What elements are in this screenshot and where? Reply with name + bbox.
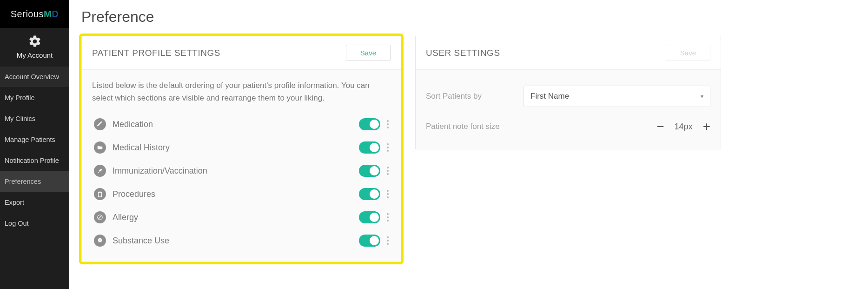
fontsize-value: 14px [675,122,693,132]
card-title: PATIENT PROFILE SETTINGS [92,48,220,58]
profile-item-label: Substance Use [113,236,354,246]
syringe-icon [94,165,106,177]
profile-item-label: Medication [113,120,354,129]
svg-line-1 [99,216,102,219]
brand-logo: SeriousMD [0,0,69,28]
sidebar-item-label: My Profile [5,94,34,101]
profile-item-allergy: Allergy [92,206,391,229]
increase-button[interactable]: + [703,120,710,133]
card-body: Sort Patients by First Name ▾ Patient no… [416,70,721,149]
card-header: PATIENT PROFILE SETTINGS Save [82,36,401,70]
profile-item-label: Medical History [113,143,354,153]
profile-item-procedures: Procedures [92,182,391,206]
card-body: Listed below is the default ordering of … [82,70,401,262]
sidebar-item-log-out[interactable]: Log Out [0,213,69,234]
profile-item-label: Procedures [113,189,354,199]
toggle-medical-history[interactable] [359,141,380,154]
sidebar: SeriousMD My Account Account Overview My… [0,0,69,289]
card-description: Listed below is the default ordering of … [92,79,391,104]
panels-row: PATIENT PROFILE SETTINGS Save Listed bel… [81,36,868,262]
toggle-immunization[interactable] [359,165,380,177]
folder-icon [94,141,106,154]
drag-handle[interactable] [385,211,391,223]
clipboard-icon [94,188,106,200]
sidebar-item-label: Notification Profile [5,157,59,164]
profile-item-medication: Medication [92,113,391,136]
profile-item-label: Immunization/Vaccination [113,166,354,176]
brand-text-3: D [52,9,59,20]
sidebar-item-label: Log Out [5,220,29,227]
sidebar-item-my-clinics[interactable]: My Clinics [0,108,69,129]
brand-text-2: M [44,9,52,20]
toggle-allergy[interactable] [359,211,380,223]
gear-icon [28,34,42,48]
profile-item-label: Allergy [113,213,354,222]
sidebar-item-export[interactable]: Export [0,192,69,213]
card-title: USER SETTINGS [426,48,500,58]
sidebar-item-label: My Clinics [5,115,35,122]
setting-row-sort: Sort Patients by First Name ▾ [426,79,710,114]
sidebar-item-notification-profile[interactable]: Notification Profile [0,150,69,171]
fontsize-stepper: − 14px + [523,120,710,133]
sidebar-item-label: Account Overview [5,73,59,81]
select-value: First Name [530,92,569,101]
drag-handle[interactable] [385,165,391,177]
decrease-button[interactable]: − [656,120,664,133]
sidebar-item-account-overview[interactable]: Account Overview [0,67,69,87]
prohibit-icon [94,211,106,223]
user-settings-card: USER SETTINGS Save Sort Patients by Firs… [415,36,721,149]
setting-label: Sort Patients by [426,92,523,101]
page-title: Preference [81,0,868,36]
chevron-down-icon: ▾ [701,93,703,100]
save-button[interactable]: Save [346,45,391,61]
sidebar-my-account[interactable]: My Account [0,28,69,67]
drag-handle[interactable] [385,118,391,130]
drag-handle[interactable] [385,188,391,200]
sort-patients-select[interactable]: First Name ▾ [523,86,710,107]
setting-label: Patient note font size [426,122,523,131]
sidebar-item-label: Manage Patients [5,136,55,143]
skull-icon [94,235,106,247]
sidebar-item-preferences[interactable]: Preferences [0,171,69,192]
main-content: Preference PATIENT PROFILE SETTINGS Save… [69,0,868,289]
save-button-disabled[interactable]: Save [666,45,710,61]
sidebar-item-label: Preferences [5,178,41,185]
card-header: USER SETTINGS Save [416,36,721,70]
brand-text-1: Serious [11,9,44,20]
profile-item-medical-history: Medical History [92,136,391,159]
pill-icon [94,118,106,130]
sidebar-item-my-profile[interactable]: My Profile [0,87,69,108]
profile-item-immunization: Immunization/Vaccination [92,159,391,182]
toggle-procedures[interactable] [359,188,380,200]
setting-row-fontsize: Patient note font size − 14px + [426,114,710,140]
drag-handle[interactable] [385,235,391,247]
sidebar-my-account-label: My Account [17,51,53,59]
sidebar-item-manage-patients[interactable]: Manage Patients [0,129,69,150]
toggle-medication[interactable] [359,118,380,130]
toggle-substance-use[interactable] [359,235,380,247]
drag-handle[interactable] [385,141,391,154]
profile-item-substance-use: Substance Use [92,229,391,252]
sidebar-item-label: Export [5,199,24,206]
patient-profile-settings-card: PATIENT PROFILE SETTINGS Save Listed bel… [81,36,401,262]
